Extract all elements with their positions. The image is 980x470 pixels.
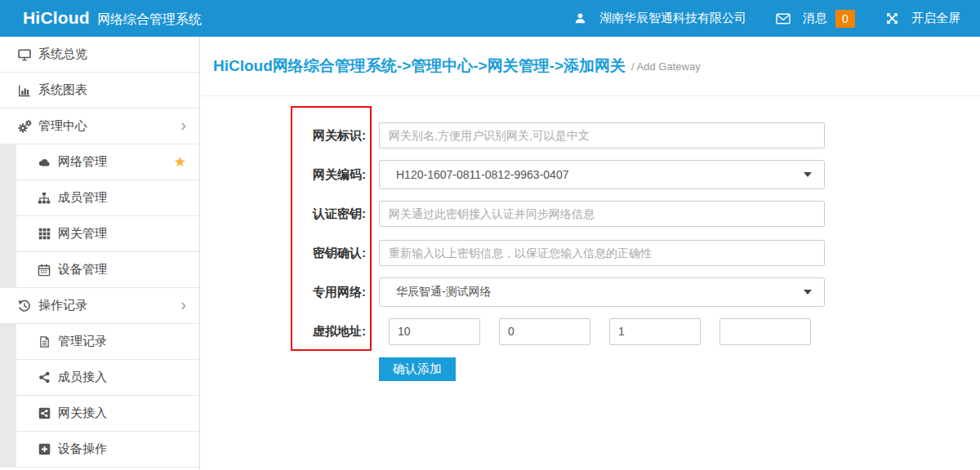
cloud-icon xyxy=(37,156,51,169)
ip-octet-input-2[interactable] xyxy=(499,318,590,345)
share-square-icon xyxy=(37,407,51,420)
sidebar-item-label: 网关管理 xyxy=(58,226,186,242)
private-network-select[interactable]: 华辰智通-测试网络 xyxy=(379,277,825,307)
sidebar-item-label: 成员接入 xyxy=(58,370,186,385)
field-label-gateway-code: 网关编码: xyxy=(296,167,366,183)
history-icon xyxy=(17,299,32,313)
breadcrumb: HiCloud网络综合管理系统->管理中心->网关管理->添加网关 / Add … xyxy=(200,37,980,96)
grid-icon xyxy=(37,228,51,241)
header-actions: 湖南华辰智通科技有限公司 消息 0 开启全屏 xyxy=(572,10,960,28)
monitor-icon xyxy=(17,48,32,61)
messages-menu[interactable]: 消息 0 xyxy=(776,10,855,28)
gears-icon xyxy=(17,120,32,133)
form-row-auth-key: 认证密钥: xyxy=(296,194,980,233)
app-logo[interactable]: HiCloud 网络综合管理系统 xyxy=(23,8,202,29)
sidebar-item-gateway-mgmt[interactable]: 网关管理 xyxy=(0,216,199,252)
sidebar-item-label: 成员管理 xyxy=(58,190,186,206)
sidebar-item-label: 管理记录 xyxy=(58,334,186,349)
sidebar-item-system-charts[interactable]: 系统图表 xyxy=(0,73,199,109)
envelope-icon xyxy=(776,12,791,25)
top-header-bar: HiCloud 网络综合管理系统 湖南华辰智通科技有限公司 消息 0 xyxy=(0,0,980,37)
confirm-add-button[interactable]: 确认添加 xyxy=(379,357,456,381)
breadcrumb-path: HiCloud网络综合管理系统->管理中心->网关管理->添加网关 xyxy=(213,55,626,77)
messages-count-badge: 0 xyxy=(835,10,855,28)
sidebar-item-label: 网关接入 xyxy=(58,406,186,421)
company-name: 湖南华辰智通科技有限公司 xyxy=(599,11,746,26)
breadcrumb-suffix: / Add Gateway xyxy=(631,60,701,73)
ip-address-group xyxy=(389,318,811,345)
company-account[interactable]: 湖南华辰智通科技有限公司 xyxy=(572,11,746,26)
sidebar-nav: 系统总览 系统图表 管理中心 › 网络管理 ★ xyxy=(0,37,200,470)
sidebar-item-system-overview[interactable]: 系统总览 xyxy=(0,37,199,73)
sidebar-item-label: 系统总览 xyxy=(38,47,186,62)
sidebar-item-label: 系统图表 xyxy=(38,82,186,98)
field-label-virtual-address: 虚拟地址: xyxy=(296,324,366,339)
fullscreen-label: 开启全屏 xyxy=(911,11,960,26)
sidebar-item-device-operation[interactable]: 设备操作 xyxy=(0,432,199,468)
form-row-key-confirm: 密钥确认: xyxy=(296,233,980,273)
sidebar-item-admin-center[interactable]: 管理中心 › xyxy=(0,109,199,144)
logo-text: HiCloud xyxy=(23,8,90,28)
sidebar-item-device-mgmt[interactable]: 设备管理 xyxy=(0,252,199,288)
share-icon xyxy=(37,371,51,384)
gateway-code-select[interactable]: H120-1607-0811-0812-9963-0407 xyxy=(379,160,825,189)
select-value: 华辰智通-测试网络 xyxy=(396,285,804,299)
app-title: 网络综合管理系统 xyxy=(97,11,202,29)
caret-down-icon xyxy=(804,290,812,295)
sidebar-item-label: 网络管理 xyxy=(58,154,174,170)
sidebar-item-label: 设备管理 xyxy=(58,262,186,277)
sidebar-item-member-access[interactable]: 成员接入 xyxy=(0,360,199,396)
ip-octet-input-1[interactable] xyxy=(389,318,480,345)
favorite-star-icon[interactable]: ★ xyxy=(174,155,186,169)
caret-down-icon xyxy=(804,172,812,177)
user-icon xyxy=(572,12,587,25)
chevron-right-icon: › xyxy=(180,296,186,315)
sidebar-item-label: 管理中心 xyxy=(38,118,180,134)
field-label-gateway-name: 网关标识: xyxy=(296,128,366,144)
fullscreen-toggle[interactable]: 开启全屏 xyxy=(884,11,960,26)
sidebar-item-gateway-access[interactable]: 网关接入 xyxy=(0,396,199,432)
chevron-right-icon: › xyxy=(180,117,186,135)
select-value: H120-1607-0811-0812-9963-0407 xyxy=(396,168,804,181)
sidebar-item-label: 设备操作 xyxy=(58,441,186,457)
bar-chart-icon xyxy=(17,84,32,97)
sitemap-icon xyxy=(37,192,51,205)
form-row-virtual-address: 虚拟地址: xyxy=(296,312,980,351)
add-gateway-form: 网关标识: 网关编码: H120-1607-0811-0812-9963-040… xyxy=(200,96,980,381)
field-label-auth-key: 认证密钥: xyxy=(296,206,366,222)
app-window: HiCloud 网络综合管理系统 湖南华辰智通科技有限公司 消息 0 xyxy=(0,0,980,470)
ip-octet-input-4[interactable] xyxy=(719,318,811,345)
auth-key-input[interactable] xyxy=(379,201,825,227)
key-confirm-input[interactable] xyxy=(379,240,825,266)
messages-label: 消息 xyxy=(803,11,827,26)
form-row-private-network: 专用网络: 华辰智通-测试网络 xyxy=(296,273,980,312)
sidebar-item-operation-log[interactable]: 操作记录 › xyxy=(0,288,199,324)
ip-octet-input-3[interactable] xyxy=(609,318,701,345)
form-row-gateway-code: 网关编码: H120-1607-0811-0812-9963-0407 xyxy=(296,155,980,194)
field-label-private-network: 专用网络: xyxy=(296,285,366,300)
plus-square-icon xyxy=(37,443,51,456)
sidebar-item-member-mgmt[interactable]: 成员管理 xyxy=(0,180,199,216)
form-row-gateway-name: 网关标识: xyxy=(296,116,980,155)
document-icon xyxy=(37,335,51,348)
gateway-name-input[interactable] xyxy=(379,122,825,149)
main-content: HiCloud网络综合管理系统->管理中心->网关管理->添加网关 / Add … xyxy=(200,37,980,470)
field-label-key-confirm: 密钥确认: xyxy=(296,246,366,261)
sidebar-item-network-mgmt[interactable]: 网络管理 ★ xyxy=(0,144,199,180)
fullscreen-icon xyxy=(884,12,899,25)
sidebar-item-admin-records[interactable]: 管理记录 xyxy=(0,324,199,360)
calendar-icon xyxy=(37,264,51,277)
sidebar-item-label: 操作记录 xyxy=(38,298,180,313)
